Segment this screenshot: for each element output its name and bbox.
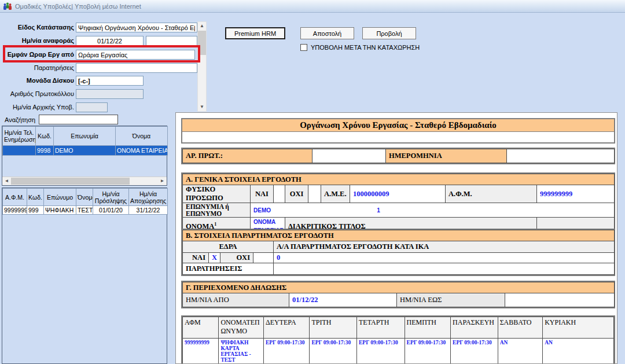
people-icon <box>3 2 12 10</box>
employee-surname-cell[interactable]: ΨΗΦΙΑΚΗ ΚΑ <box>44 206 76 215</box>
companies-col-updated[interactable]: Ημ/νία Τελ. Ενημέρωσης <box>3 127 36 146</box>
window-titlebar: Ομαδικές Υποβολές| Υποβολή μέσω Internet <box>0 0 625 13</box>
companies-grid: Ημ/νία Τελ. Ενημέρωσης Κωδ. Επωνυμία Όνο… <box>2 126 167 186</box>
afm-value: 999999999 <box>537 185 615 203</box>
imnia-eos-value <box>505 293 615 307</box>
employee-afm-cell[interactable]: 999999999 <box>3 206 27 215</box>
company-code-cell[interactable]: 9998 <box>36 146 54 156</box>
imnia-eos-label: ΗΜ/ΝΙΑ ΕΩΣ <box>397 293 505 307</box>
edra-nai-label: ΝΑΙ <box>183 253 209 263</box>
schedule-sunday-cell: ΑΝ <box>543 339 614 364</box>
doc-section-b: Β. ΣΤΟΙΧΕΙΑ ΠΑΡΑΡΤΗΜΑΤΟΣ ΕΡΓΟΔΟΤΗ ΕΔΡΑ Α… <box>181 229 615 276</box>
imerominia-label: ΗΜΕΡΟΜΗΝΙΑ <box>386 149 507 163</box>
submit-after-save-checkbox[interactable] <box>300 44 307 51</box>
provoli-button[interactable]: Προβολή <box>362 27 416 39</box>
employee-leave-cell[interactable]: 31/12/22 <box>129 206 168 215</box>
scrollbar-thumb[interactable] <box>198 31 206 55</box>
schedule-tuesday-cell: ΕΡΓ 09:00-17:30 <box>310 339 357 364</box>
emfan-orar-input[interactable] <box>76 50 195 60</box>
schedule-col-afm: ΑΦΜ <box>183 317 219 339</box>
schedule-afm-cell: 999999999 <box>183 339 219 364</box>
nai-value-cell <box>274 185 285 203</box>
employee-code-cell[interactable]: 999 <box>27 206 44 215</box>
eponymia-extra: 1 <box>377 207 380 214</box>
employees-col-code[interactable]: Κωδ. <box>27 189 44 206</box>
scroll-right-icon[interactable]: ► <box>158 177 167 185</box>
schedule-friday-cell: ΕΡΓ 09:00-17:30 <box>451 339 498 364</box>
document-preview-panel: Οργάνωση Χρόνου Εργασίας - Σταθερό Εβδομ… <box>175 112 617 364</box>
aa-parartimatos-value: 0 <box>274 253 615 263</box>
schedule-col-wednesday: ΤΕΤΑΡΤΗ <box>357 317 405 339</box>
search-input[interactable] <box>39 115 118 124</box>
employees-col-surname[interactable]: Επώνυμο <box>44 189 76 206</box>
fysiko-prosopo-label: ΦΥΣΙΚΟ ΠΡΟΣΩΠΟ <box>183 185 251 203</box>
apostoli-button[interactable]: Αποστολή <box>300 27 354 39</box>
afm-label: Α.Φ.Μ. <box>446 185 537 203</box>
scroll-up-icon[interactable]: ▲ <box>198 22 206 30</box>
submit-after-save-label: ΥΠΟΒΟΛΗ ΜΕΤΑ ΤΗΝ ΚΑΤΑΧΩΡΗΣΗ <box>311 44 420 51</box>
employee-name-cell[interactable]: ΤΕΣΤ <box>76 206 93 215</box>
imnia-apo-value: 01/12/22 <box>289 293 397 307</box>
company-eponymia-cell[interactable]: DEMO <box>54 146 116 156</box>
employee-row[interactable]: 999999999 999 ΨΗΦΙΑΚΗ ΚΑ ΤΕΣΤ 01/01/20 3… <box>3 206 168 215</box>
imnia-arxikis-label: Ημ/νία Αρχικής Υποβ. <box>0 102 74 112</box>
oxi-value-cell <box>308 185 321 203</box>
doc-title: Οργάνωση Χρόνου Εργασίας - Σταθερό Εβδομ… <box>182 119 614 131</box>
premium-hrm-button[interactable]: Premium HRM <box>225 27 285 39</box>
app-window: { "window": { "title": "Ομαδικές Υποβολέ… <box>0 0 625 364</box>
monada-diskou-input[interactable] <box>76 76 144 86</box>
eidos-katastasis-input[interactable] <box>76 23 197 32</box>
arithmos-protokollou-label: Αριθμός Πρωτοκόλλου <box>0 89 74 99</box>
ar-prot-label: ΑΡ. ΠΡΩΤ.: <box>183 149 312 163</box>
schedule-col-thursday: ΠΕΜΠΤΗ <box>405 317 451 339</box>
employee-hire-cell[interactable]: 01/01/20 <box>93 206 129 215</box>
paratiriseis-doc-value <box>274 263 615 275</box>
schedule-col-name: ΟΝΟΜΑΤΕΠΩΝΥΜΟ <box>219 317 264 339</box>
companies-col-code[interactable]: Κωδ. <box>36 127 54 146</box>
edra-label: ΕΔΡΑ <box>183 241 274 253</box>
doc-section-c: Γ. ΠΕΡΙΕΧΟΜΕΝΟ ΔΗΛΩΣΗΣ ΗΜ/ΝΙΑ ΑΠΟ 01/12/… <box>181 281 615 308</box>
scroll-left-icon[interactable]: ◄ <box>2 177 11 185</box>
window-title: Ομαδικές Υποβολές| Υποβολή μέσω Internet <box>15 3 141 10</box>
ame-value: 1000000009 <box>350 185 446 203</box>
paratiriseis-label: Παρατηρήσεις <box>0 63 74 73</box>
paratiriseis-input[interactable] <box>76 63 197 73</box>
doc-section-a: Α. ΓΕΝΙΚΑ ΣΤΟΙΧΕΙΑ ΕΡΓΟΔΟΤΗ ΦΥΣΙΚΟ ΠΡΟΣΩ… <box>181 172 615 237</box>
doc-title-table: Οργάνωση Χρόνου Εργασίας - Σταθερό Εβδομ… <box>181 118 615 144</box>
section-c-title: Γ. ΠΕΡΙΕΧΟΜΕΝΟ ΔΗΛΩΣΗΣ <box>183 282 615 293</box>
imnia-arxikis-input <box>76 102 108 112</box>
nai-label: ΝΑΙ <box>251 185 274 203</box>
schedule-thursday-cell: ΕΡΓ 09:00-17:30 <box>405 339 451 364</box>
ar-prot-value <box>312 149 386 163</box>
doc-title-empty-row <box>182 131 614 142</box>
company-row-selected[interactable]: 9998 DEMO ΟΝΟΜΑ ΕΤΑΙΡΕΙΑΣ <box>3 146 168 156</box>
schedule-monday-cell: ΕΡΓ 09:00-17:30 <box>263 339 310 364</box>
doc-protocol-table: ΑΡ. ΠΡΩΤ.: ΗΜΕΡΟΜΗΝΙΑ <box>181 148 615 164</box>
monada-diskou-label: Μονάδα Δίσκου <box>0 76 74 86</box>
form-vertical-scrollbar[interactable]: ▲ ▼ <box>197 21 207 112</box>
scrollbar-thumb[interactable] <box>11 178 130 185</box>
companies-col-eponymia[interactable]: Επωνυμία <box>54 127 116 146</box>
schedule-col-tuesday: ΤΡΙΤΗ <box>310 317 357 339</box>
companies-col-onoma[interactable]: Όνομα <box>116 127 168 146</box>
companies-horizontal-scrollbar[interactable]: ◄ ► <box>2 177 167 185</box>
scroll-down-icon[interactable]: ▼ <box>198 103 206 111</box>
company-onoma-cell[interactable]: ΟΝΟΜΑ ΕΤΑΙΡΕΙΑΣ <box>116 146 168 156</box>
edra-oxi-label: ΟΧΙ <box>220 253 253 263</box>
aa-parartimatos-label: Α/Α ΠΑΡΑΡΤΗΜΑΤΟΣ ΕΡΓΟΔΟΤΗ ΚΑΤΑ ΙΚΑ <box>274 241 615 253</box>
eponymia-value-cell: DEMO 1 <box>251 203 615 218</box>
imnia-anaforas-input-2[interactable] <box>146 36 197 46</box>
search-label: Αναζήτηση <box>5 116 35 123</box>
doc-schedule-table: ΑΦΜ ΟΝΟΜΑΤΕΠΩΝΥΜΟ ΔΕΥΤΕΡΑ ΤΡΙΤΗ ΤΕΤΑΡΤΗ … <box>181 315 615 364</box>
edra-nai-value: X <box>209 253 220 263</box>
employees-col-name[interactable]: Όνομα <box>76 189 93 206</box>
eponymia-label: ΕΠΩΝΥΜΙΑ ή ΕΠΩΝΥΜΟ <box>183 203 251 218</box>
company-updated-cell[interactable] <box>3 146 36 156</box>
imnia-anaforas-input[interactable] <box>76 36 144 46</box>
oxi-label: ΟΧΙ <box>285 185 308 203</box>
ame-label: Α.Μ.Ε. <box>321 185 350 203</box>
employees-col-hire[interactable]: Ημ/νία Πρόσληψης <box>93 189 129 206</box>
employees-col-leave[interactable]: Ημ/νία Αποχώρησης <box>129 189 168 206</box>
arithmos-protokollou-input <box>76 89 144 99</box>
employees-col-afm[interactable]: Α.Φ.Μ. <box>3 189 27 206</box>
